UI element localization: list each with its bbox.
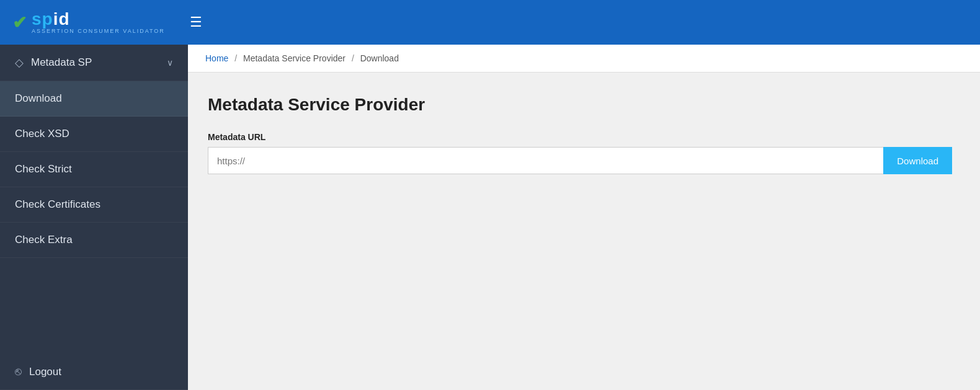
sidebar-item-metadata-sp[interactable]: ◇ Metadata SP ∨ <box>0 45 188 81</box>
logo-spid: spid <box>32 11 165 28</box>
metadata-url-input[interactable] <box>208 147 883 174</box>
logo-id: id <box>53 9 70 29</box>
content-area: Home / Metadata Service Provider / Downl… <box>188 45 980 390</box>
breadcrumb-sep-1: / <box>234 53 237 63</box>
download-button[interactable]: Download <box>883 147 952 174</box>
sidebar-item-label: Check Certificates <box>15 198 100 211</box>
logo-sp: sp <box>32 9 53 29</box>
logo-check-icon: ✔ <box>12 12 27 33</box>
breadcrumb-section: Metadata Service Provider <box>243 53 345 63</box>
logo-text: spid ASSERTION CONSUMER VALIDATOR <box>32 11 165 34</box>
sidebar-item-logout[interactable]: ⎋ Logout <box>0 354 188 390</box>
sidebar-item-download[interactable]: Download <box>0 81 188 117</box>
logo-area: ✔ spid ASSERTION CONSUMER VALIDATOR <box>12 11 165 34</box>
topbar: ✔ spid ASSERTION CONSUMER VALIDATOR ☰ <box>0 0 980 45</box>
breadcrumb-current: Download <box>360 53 399 63</box>
logo-subtitle: ASSERTION CONSUMER VALIDATOR <box>32 28 165 34</box>
breadcrumb-sep-2: / <box>352 53 354 63</box>
sidebar-item-label: Check XSD <box>15 128 69 140</box>
breadcrumb-home-link[interactable]: Home <box>205 53 228 63</box>
metadata-url-label: Metadata URL <box>208 132 960 142</box>
sidebar-item-check-certificates[interactable]: Check Certificates <box>0 187 188 223</box>
sidebar: ◇ Metadata SP ∨ Download Check XSD Check… <box>0 45 188 390</box>
metadata-sp-icon: ◇ <box>15 56 24 69</box>
page-title: Metadata Service Provider <box>208 95 960 115</box>
sidebar-item-label: Download <box>15 92 62 105</box>
sidebar-item-check-extra[interactable]: Check Extra <box>0 223 188 258</box>
chevron-down-icon: ∨ <box>167 58 173 68</box>
main-layout: ◇ Metadata SP ∨ Download Check XSD Check… <box>0 45 980 390</box>
sidebar-item-label: Logout <box>29 366 61 378</box>
breadcrumb-bar: Home / Metadata Service Provider / Downl… <box>188 45 980 73</box>
logout-icon: ⎋ <box>15 365 22 378</box>
sidebar-item-check-strict[interactable]: Check Strict <box>0 152 188 187</box>
sidebar-spacer <box>0 258 188 354</box>
sidebar-item-label: Metadata SP <box>31 56 92 69</box>
url-input-row: Download <box>208 147 952 174</box>
sidebar-item-check-xsd[interactable]: Check XSD <box>0 117 188 152</box>
page-content: Metadata Service Provider Metadata URL D… <box>188 73 980 390</box>
sidebar-item-label: Check Strict <box>15 163 72 175</box>
hamburger-icon[interactable]: ☰ <box>190 14 202 30</box>
sidebar-item-label: Check Extra <box>15 234 73 246</box>
